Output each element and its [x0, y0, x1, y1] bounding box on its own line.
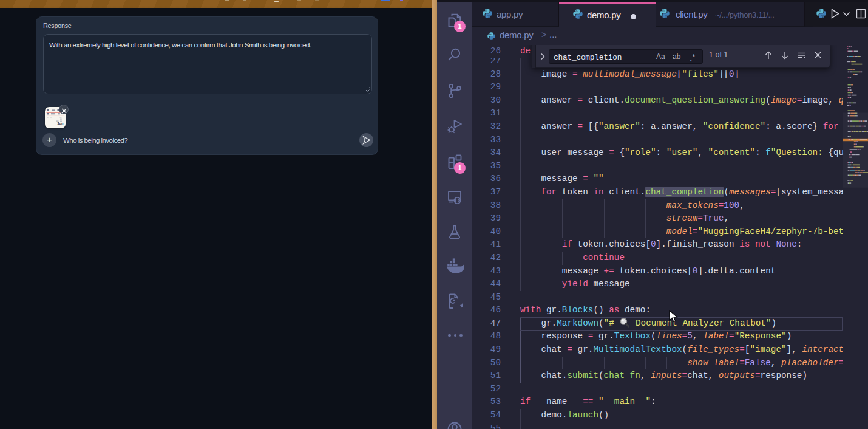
svg-text:$un: $un [58, 122, 64, 125]
